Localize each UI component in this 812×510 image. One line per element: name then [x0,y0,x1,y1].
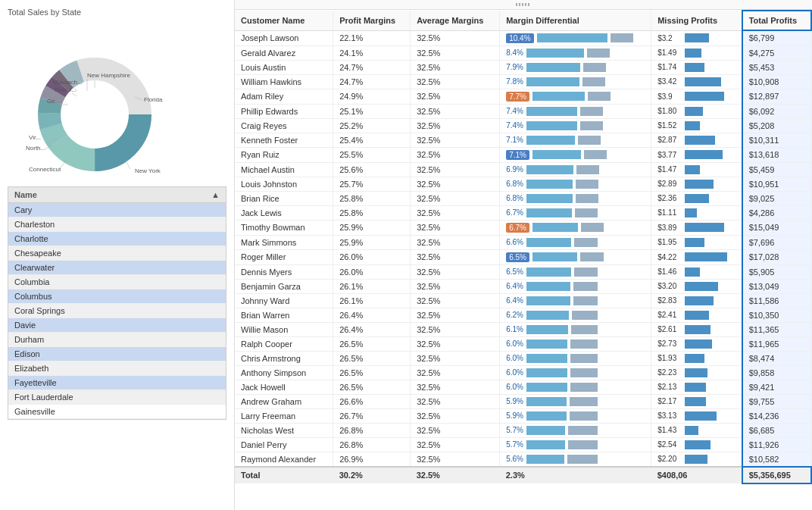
profit-margin-cell: 25.1% [333,104,411,118]
table-row: Phillip Edwards25.1%32.5% 7.4% $1.80 $6,… [235,104,811,118]
customer-name-cell: Kenneth Foster [235,133,333,147]
margin-diff-cell: 5.6% [500,452,651,467]
list-item[interactable]: Columbus [8,289,226,304]
missing-profit-cell: $2.54 [651,437,742,452]
table-row: Timothy Bowman25.9%32.5% 6.7% $3.89 $15,… [235,220,811,235]
customer-name-cell: Anthony Simpson [235,365,333,380]
customer-name-cell: Ryan Ruiz [235,147,333,162]
missing-profit-cell: $3.13 [651,408,742,423]
right-panel[interactable]: Customer Name Profit Margins Average Mar… [235,0,812,510]
list-item[interactable]: Fayetteville [8,376,226,390]
profit-margin-cell: 24.9% [333,89,411,104]
total-profit-cell: $6,799 [742,30,811,45]
customer-name-cell: Raymond Alexander [235,452,333,467]
margin-diff-cell: 5.7% [500,423,651,437]
profit-margin-cell: 26.6% [333,394,411,408]
table-row: Gerald Alvarez24.1%32.5% 8.4% $1.49 $4,2… [235,45,811,60]
missing-profit-cell: $4.22 [651,249,742,264]
margin-diff-cell: 6.5% [500,264,651,279]
list-item[interactable]: Elizabeth [8,361,226,376]
missing-profit-cell: $3.20 [651,279,742,293]
name-list-container: Name ▲ CaryCharlestonCharlotteChesapeake… [8,186,226,502]
missing-profit-cell: $1.95 [651,235,742,249]
profit-margin-cell: 26.1% [333,293,411,308]
list-item[interactable]: Charlotte [8,232,226,246]
customer-name-cell: Gerald Alvarez [235,45,333,60]
margin-diff-cell: 6.7% [500,220,651,235]
svg-line-28 [125,160,130,169]
total-profit-cell: $11,965 [742,336,811,351]
table-row: Dennis Myers26.0%32.5% 6.5% $1.46 $5,905 [235,264,811,279]
customer-name-cell: Michael Austin [235,162,333,177]
list-item[interactable]: Columbia [8,275,226,289]
missing-profit-cell: $3.42 [651,74,742,89]
missing-profit-cell: $3.89 [651,220,742,235]
missing-profit-cell: $1.80 [651,104,742,118]
svg-text:Connecticut: Connecticut [29,166,61,173]
profit-margin-cell: 25.9% [333,235,411,249]
list-item[interactable]: Clearwater [8,261,226,275]
profit-margin-cell: 24.7% [333,74,411,89]
list-item[interactable]: Davie [8,318,226,333]
avg-margin-cell: 32.5% [411,336,500,351]
table-row: Joseph Lawson22.1%32.5% 10.4% $3.2 $6,79… [235,30,811,45]
list-item[interactable]: Charleston [8,217,226,232]
table-row: Mark Simmons25.9%32.5% 6.6% $1.95 $7,696 [235,235,811,249]
margin-diff-cell: 6.0% [500,351,651,365]
list-item[interactable]: Durham [8,333,226,347]
missing-profit-cell: $1.52 [651,118,742,133]
margin-diff-cell: 6.2% [500,308,651,322]
table-row: Anthony Simpson26.5%32.5% 6.0% $2.23 $9,… [235,365,811,380]
table-row: William Hawkins24.7%32.5% 7.8% $3.42 $10… [235,74,811,89]
customer-name-cell: Chris Armstrong [235,351,333,365]
missing-profit-cell: $1.11 [651,205,742,220]
avg-margin-cell: 32.5% [411,437,500,452]
customer-name-cell: Brian Warren [235,308,333,322]
total-profit-cell: $10,908 [742,74,811,89]
profit-margin-cell: 26.8% [333,423,411,437]
missing-profit-cell: $1.47 [651,162,742,177]
total-profit-cell: $6,092 [742,104,811,118]
avg-margin-cell: 32.5% [411,452,500,467]
avg-margin-cell: 32.5% [411,162,500,177]
margin-diff-cell: 8.4% [500,45,651,60]
customer-name-cell: Willie Mason [235,322,333,336]
list-item[interactable]: Cary [8,203,226,217]
avg-margin-cell: 32.5% [411,279,500,293]
margin-diff-cell: 7.4% [500,118,651,133]
missing-profit-cell: $2.23 [651,365,742,380]
missing-profit-cell: $2.36 [651,191,742,205]
margin-diff-cell: 7.7% [500,89,651,104]
list-item[interactable]: Edison [8,347,226,361]
customer-name-cell: Mark Simmons [235,235,333,249]
svg-text:New Hampshire: New Hampshire [87,72,130,79]
missing-profit-cell: $2.41 [651,308,742,322]
margin-diff-cell: 6.0% [500,380,651,394]
avg-margin-cell: 32.5% [411,191,500,205]
total-profit-cell: $9,858 [742,365,811,380]
profit-margin-cell: 26.4% [333,322,411,336]
footer-missing-profit: $408,06 [651,467,742,483]
col-missing-profits: Missing Profits [651,11,742,30]
list-item[interactable]: Gainesville [8,405,226,419]
avg-margin-cell: 32.5% [411,60,500,74]
list-item[interactable]: Chesapeake [8,246,226,261]
profit-margin-cell: 26.7% [333,408,411,423]
sort-icon: ▲ [211,190,220,199]
col-total-profits: Total Profits [742,11,811,30]
svg-text:New J...: New J... [55,86,77,93]
profit-margin-cell: 26.8% [333,437,411,452]
avg-margin-cell: 32.5% [411,293,500,308]
footer-label: Total [235,467,333,483]
name-list-header-label: Name [14,190,37,199]
list-item[interactable]: Coral Springs [8,304,226,318]
total-profit-cell: $9,421 [742,380,811,394]
col-average-margins: Average Margins [411,11,500,30]
avg-margin-cell: 32.5% [411,205,500,220]
customer-name-cell: Johnny Ward [235,293,333,308]
total-profit-cell: $4,275 [742,45,811,60]
margin-diff-cell: 6.4% [500,293,651,308]
left-panel: Total Sales by State [0,0,235,510]
list-item[interactable]: Fort Lauderdale [8,390,226,405]
footer-avg-margin: 32.5% [411,467,500,483]
